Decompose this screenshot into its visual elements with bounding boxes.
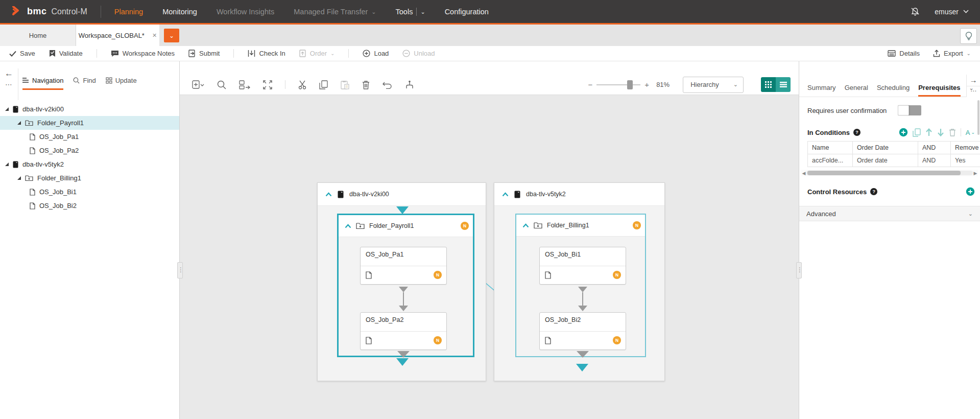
- help-icon[interactable]: ?: [853, 129, 861, 136]
- order-button[interactable]: Order ⌄: [299, 50, 335, 57]
- panel-scrollbar[interactable]: [977, 100, 979, 135]
- menu-monitoring[interactable]: Monitoring: [162, 8, 197, 16]
- tree-item-job[interactable]: OS_Job_Bi1: [0, 185, 179, 199]
- job-node-os-job-pa1[interactable]: OS_Job_Pa1 N: [360, 247, 447, 285]
- add-condition-button[interactable]: [899, 128, 908, 137]
- panel-more-options[interactable]: ⋯: [970, 87, 976, 95]
- scroll-right-arrow[interactable]: ▶: [973, 171, 978, 176]
- zoom-in-icon[interactable]: +: [644, 80, 649, 89]
- server-container-header[interactable]: dba-tlv-v2ki00: [318, 183, 486, 206]
- folder-node-payroll1[interactable]: Folder_Payroll1 N OS_Job_Pa1 N: [337, 214, 474, 357]
- tab-scheduling[interactable]: Scheduling: [877, 84, 910, 97]
- confirmation-toggle[interactable]: [898, 105, 921, 115]
- undo-button[interactable]: [383, 81, 392, 89]
- workspace-notes-button[interactable]: Workspace Notes: [111, 50, 175, 57]
- tree-item-job[interactable]: OS_Job_Bi2: [0, 199, 179, 213]
- move-up-button[interactable]: [925, 128, 933, 136]
- folder-header[interactable]: Folder_Payroll1 N: [339, 215, 473, 237]
- copy-button[interactable]: [319, 80, 328, 89]
- menu-planning[interactable]: Planning: [114, 8, 143, 16]
- cell-order-date[interactable]: Order date: [853, 154, 918, 167]
- menu-workflow-insights[interactable]: Workflow Insights: [217, 8, 274, 16]
- zoom-out-icon[interactable]: −: [588, 80, 593, 89]
- panel-resize-handle[interactable]: ⋮: [796, 262, 802, 278]
- add-object-button[interactable]: [192, 80, 204, 89]
- table-row[interactable]: accFolde... Order date AND Yes: [808, 154, 980, 167]
- brand[interactable]: bmc Control-M: [11, 6, 87, 17]
- hierarchy-button[interactable]: [405, 80, 414, 89]
- job-node-os-job-bi2[interactable]: OS_Job_Bi2 N: [539, 312, 626, 350]
- save-button[interactable]: Save: [9, 50, 35, 57]
- advanced-accordion[interactable]: Advanced ⌄: [799, 206, 980, 221]
- server-container-v5tyk2[interactable]: dba-tlv-v5tyk2 Folder_Billing1 N OS_Job_…: [494, 182, 665, 381]
- close-icon[interactable]: ✕: [152, 32, 157, 39]
- tab-prerequisites[interactable]: Prerequisites: [918, 84, 960, 97]
- tab-find[interactable]: Find: [73, 77, 95, 90]
- zoom-slider-thumb[interactable]: [627, 80, 633, 89]
- menu-configuration[interactable]: Configuration: [445, 8, 489, 16]
- job-node-os-job-bi1[interactable]: OS_Job_Bi1 N: [539, 247, 626, 285]
- export-button[interactable]: Export ⌄: [933, 50, 971, 57]
- duplicate-condition-button[interactable]: [913, 128, 921, 137]
- scrollbar-track[interactable]: [806, 171, 973, 175]
- folder-header[interactable]: Folder_Billing1 N: [516, 215, 645, 237]
- move-down-button[interactable]: [937, 128, 944, 136]
- assistant-button[interactable]: [960, 28, 977, 44]
- col-and[interactable]: AND: [918, 142, 951, 154]
- expand-caret-icon[interactable]: [5, 107, 9, 111]
- scroll-left-arrow[interactable]: ◀: [801, 171, 806, 176]
- tree-item-server[interactable]: dba-tlv-v2ki00: [0, 102, 179, 116]
- workflow-canvas[interactable]: dba-tlv-v2ki00 Folder_Payroll1 N OS_Job_…: [180, 95, 799, 419]
- col-remove[interactable]: Remove: [951, 142, 980, 154]
- tab-workspace-global[interactable]: Workspace_GLOBAL* ✕: [76, 25, 159, 46]
- sort-conditions-button[interactable]: A ⌄: [966, 129, 975, 136]
- tab-navigation[interactable]: Navigation: [22, 77, 63, 90]
- notifications-muted-icon[interactable]: [910, 7, 920, 17]
- view-mode-select[interactable]: Hierarchy ⌄: [683, 77, 744, 93]
- collapse-panel-button[interactable]: →: [967, 75, 980, 86]
- menu-tools[interactable]: Tools ⌄: [396, 8, 425, 16]
- collapse-chevron-icon[interactable]: [502, 192, 509, 197]
- tree-item-job[interactable]: OS_Job_Pa1: [0, 130, 179, 144]
- cell-and[interactable]: AND: [918, 154, 951, 167]
- zoom-slider-track[interactable]: [596, 84, 640, 85]
- delete-condition-button[interactable]: [949, 128, 956, 136]
- delete-button[interactable]: [362, 80, 370, 89]
- grid-view-button[interactable]: [761, 77, 776, 92]
- sidebar-resize-handle[interactable]: ⋮: [177, 262, 183, 278]
- scrollbar-thumb[interactable]: [807, 171, 961, 175]
- tree-item-folder[interactable]: Folder_Payroll1: [0, 116, 179, 130]
- add-control-resource-button[interactable]: [966, 187, 975, 196]
- table-horizontal-scrollbar[interactable]: ◀ ▶: [801, 170, 978, 176]
- user-menu[interactable]: emuser: [935, 8, 969, 16]
- zoom-search-button[interactable]: [217, 80, 226, 89]
- tab-general[interactable]: General: [845, 84, 868, 97]
- col-order-date[interactable]: Order Date: [853, 142, 918, 154]
- tab-summary[interactable]: Summary: [807, 84, 836, 97]
- tab-home[interactable]: Home: [0, 25, 76, 46]
- validate-button[interactable]: Validate: [49, 50, 83, 57]
- help-icon[interactable]: ?: [870, 188, 877, 195]
- collapse-chevron-icon[interactable]: [522, 223, 529, 228]
- load-button[interactable]: Load: [363, 50, 389, 57]
- list-view-button[interactable]: [776, 77, 791, 92]
- unload-button[interactable]: Unload: [402, 50, 435, 57]
- paste-button[interactable]: [341, 80, 349, 89]
- expand-caret-icon[interactable]: [17, 121, 21, 125]
- tree-item-server[interactable]: dba-tlv-v5tyk2: [0, 157, 179, 171]
- details-button[interactable]: Details: [888, 50, 920, 57]
- menu-managed-file-transfer[interactable]: Managed File Transfer ⌄: [294, 8, 376, 16]
- cell-remove[interactable]: Yes: [951, 154, 980, 167]
- cut-button[interactable]: [298, 80, 306, 89]
- auto-layout-button[interactable]: [239, 80, 250, 89]
- expand-caret-icon[interactable]: [5, 162, 9, 166]
- tab-update[interactable]: Update: [106, 77, 137, 90]
- folder-node-billing1[interactable]: Folder_Billing1 N OS_Job_Bi1 N: [515, 214, 646, 357]
- fit-to-screen-button[interactable]: [263, 80, 272, 89]
- col-name[interactable]: Name: [808, 142, 853, 154]
- collapse-chevron-icon[interactable]: [325, 192, 332, 197]
- more-options-icon[interactable]: ⋯: [5, 82, 13, 87]
- collapse-sidebar-button[interactable]: ←: [5, 68, 13, 79]
- new-workspace-dropdown-button[interactable]: ⌄: [164, 29, 179, 42]
- cell-name[interactable]: accFolde...: [808, 154, 853, 167]
